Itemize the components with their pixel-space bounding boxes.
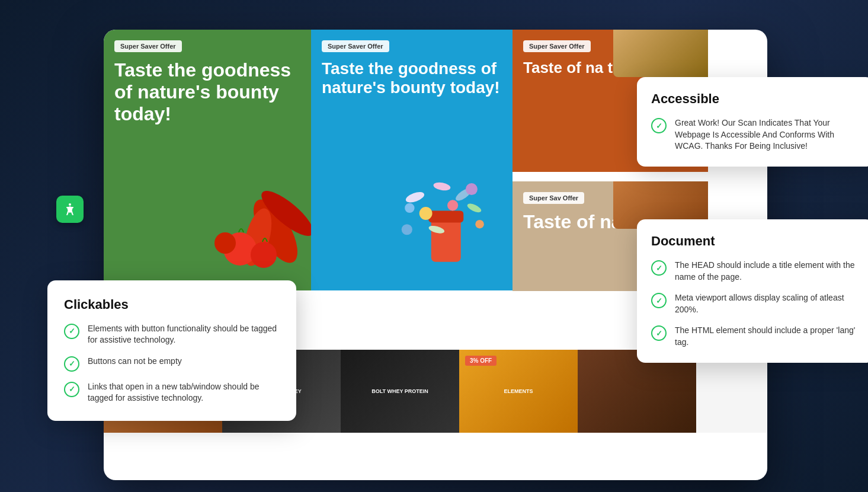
check-icon-1: [64, 324, 79, 339]
pills-decoration: [388, 154, 507, 273]
svg-point-14: [466, 183, 478, 195]
document-item-2: Meta viewport allows display scaling of …: [651, 292, 860, 315]
clickables-item-1: Elements with button functionality shoul…: [64, 323, 280, 346]
banner-green-tag: Super Saver Offer: [114, 40, 182, 52]
banner-blue-tag: Super Saver Offer: [322, 40, 389, 52]
product-item-3[interactable]: BOLT WHEY PROTEIN: [341, 350, 459, 433]
svg-point-15: [405, 203, 414, 213]
banner-blue-title: Taste the goodness of nature's bounty to…: [311, 52, 513, 97]
document-text-1: The HEAD should include a title element …: [675, 260, 860, 283]
accessibility-icon: [63, 202, 77, 216]
svg-point-17: [402, 224, 412, 235]
check-icon-doc-3: [651, 325, 667, 341]
document-text-2: Meta viewport allows display scaling of …: [675, 292, 860, 315]
svg-point-5: [214, 232, 236, 254]
svg-point-16: [475, 220, 484, 229]
document-title: Document: [651, 234, 860, 249]
crackers-image: [613, 30, 708, 77]
banner-green-title: Taste the goodness of nature's bounty to…: [104, 52, 311, 124]
clickables-text-3: Links that open in a new tab/window shou…: [88, 381, 280, 404]
check-icon-2: [64, 356, 79, 372]
accessible-item: Great Work! Our Scan Indicates That Your…: [651, 117, 860, 152]
banner-green: Super Saver Offer Taste the goodness of …: [104, 30, 311, 290]
vegetable-decoration: [193, 160, 311, 279]
accessible-card: Accessible Great Work! Our Scan Indicate…: [637, 77, 868, 167]
svg-rect-6: [431, 219, 461, 262]
svg-point-9: [433, 181, 451, 192]
accessibility-button[interactable]: [56, 196, 84, 223]
svg-point-8: [405, 190, 426, 205]
document-card: Document The HEAD should include a title…: [637, 219, 868, 363]
accessible-message: Great Work! Our Scan Indicates That Your…: [675, 117, 860, 152]
svg-point-4: [251, 242, 277, 268]
clickables-item-2: Buttons can not be empty: [64, 356, 280, 372]
banner-orange-top-tag: Super Saver Offer: [523, 40, 591, 52]
svg-point-19: [69, 203, 71, 206]
clickables-card: Clickables Elements with button function…: [47, 280, 296, 421]
banner-blue: Super Saver Offer Taste the goodness of …: [311, 30, 513, 290]
accessible-title: Accessible: [651, 91, 860, 107]
product-image-3: BOLT WHEY PROTEIN: [341, 350, 459, 433]
document-text-3: The HTML element should include a proper…: [675, 325, 860, 348]
check-icon-doc-2: [651, 293, 667, 308]
product-label-4: ELEMENTS: [504, 388, 533, 394]
clickables-item-3: Links that open in a new tab/window shou…: [64, 381, 280, 404]
svg-point-12: [419, 207, 433, 220]
check-icon-accessible: [651, 118, 667, 133]
product-badge-4: 3% OFF: [465, 356, 497, 366]
clickables-text-2: Buttons can not be empty: [88, 356, 182, 368]
clickables-text-1: Elements with button functionality shoul…: [88, 323, 280, 346]
banner-orange-bottom-tag: Super Sav Offer: [523, 192, 584, 204]
svg-point-13: [447, 200, 458, 210]
check-icon-3: [64, 382, 79, 397]
product-label-3: BOLT WHEY PROTEIN: [371, 388, 428, 394]
clickables-title: Clickables: [64, 297, 280, 312]
document-item-3: The HTML element should include a proper…: [651, 325, 860, 348]
product-item-4[interactable]: ELEMENTS 3% OFF: [459, 350, 578, 433]
document-item-1: The HEAD should include a title element …: [651, 260, 860, 283]
svg-rect-7: [428, 210, 463, 222]
check-icon-doc-1: [651, 260, 667, 276]
svg-point-11: [466, 202, 483, 215]
